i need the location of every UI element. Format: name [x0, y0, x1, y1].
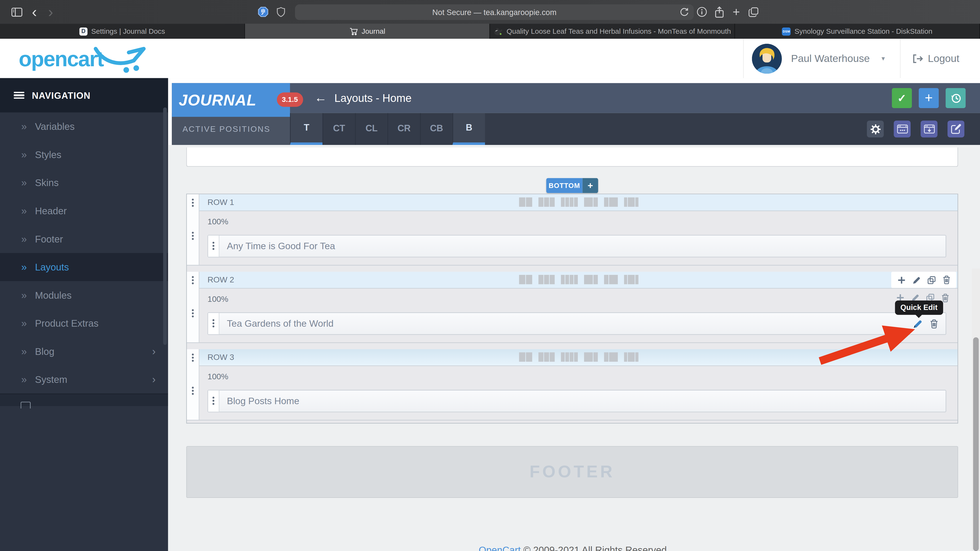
row-toolbar [891, 272, 956, 288]
quick-edit-pencil-icon[interactable] [913, 319, 922, 328]
opencart-link[interactable]: OpenCart [479, 545, 521, 551]
module-drag-handle[interactable] [208, 313, 220, 334]
url-text: Not Secure — tea.kangaroopie.com [432, 8, 557, 17]
row-drag-handle[interactable] [187, 194, 199, 265]
save-button[interactable]: ✓ [892, 88, 912, 108]
edit-row-icon[interactable] [912, 276, 920, 284]
modules-window-button[interactable] [894, 121, 911, 138]
tab-position-cb[interactable]: CB [420, 113, 452, 145]
sidebar-item-styles[interactable]: » Styles [0, 141, 168, 169]
app-header: opencart Paul Waterhouse [0, 39, 980, 78]
edit-square-icon [951, 124, 961, 134]
module-drag-handle[interactable] [208, 391, 220, 412]
add-row-icon[interactable]: + [582, 178, 598, 193]
page-info-icon[interactable] [694, 0, 710, 24]
sidebar-item-variables[interactable]: » Variables [0, 113, 168, 141]
browser-tab-journal-active[interactable]: Journal [245, 24, 490, 39]
row-drag-handle[interactable] [187, 349, 199, 420]
column-width-label: 100% [207, 294, 228, 303]
sidebar-item-modules[interactable]: » Modules [0, 281, 168, 310]
chevron-right-icon: › [152, 345, 156, 357]
sidebar-scrollbar[interactable] [163, 107, 167, 345]
sidebar-item-product-extras[interactable]: » Product Extras [0, 309, 168, 337]
add-button[interactable]: + [919, 88, 939, 108]
row-header[interactable]: ROW 1 [199, 194, 958, 211]
opencart-logo[interactable]: opencart [19, 44, 103, 74]
tab-overview-icon[interactable] [745, 0, 761, 24]
sidebar-item-header[interactable]: » Header [0, 197, 168, 225]
delete-row-icon[interactable] [942, 275, 950, 284]
duplicate-row-icon[interactable] [927, 276, 935, 284]
column-layout-icons [519, 197, 638, 206]
footer-placeholder: FOOTER [186, 446, 958, 498]
tab-position-b[interactable]: B [452, 113, 485, 145]
opencart-cart-icon [94, 44, 146, 74]
layout-row-3: ROW 3 100% [187, 349, 958, 421]
partial-icon [21, 402, 30, 409]
tab-label: Synology Surveillance Station - DiskStat… [795, 27, 932, 35]
sidebar-item-layouts[interactable]: » Layouts [0, 253, 168, 281]
settings-button[interactable] [867, 121, 884, 138]
cart-favicon [349, 27, 358, 35]
sidebar-item-footer[interactable]: » Footer [0, 225, 168, 253]
edit-layout-button[interactable] [947, 121, 964, 138]
drag-dots-icon [192, 309, 194, 311]
tab-position-cl[interactable]: CL [355, 113, 388, 145]
hamburger-icon[interactable] [14, 92, 24, 99]
submenu-arrow-icon: » [21, 233, 27, 245]
chevron-right-icon: › [152, 373, 156, 386]
sidebar-item-skins[interactable]: » Skins [0, 168, 168, 197]
history-button[interactable] [945, 88, 966, 108]
browser-tab-journal-docs[interactable]: D Settings | Journal Docs [0, 24, 245, 39]
user-menu[interactable]: Paul Waterhouse ▼ [743, 39, 900, 78]
share-icon[interactable] [711, 0, 728, 24]
screen: ‹ › Not Secure — tea.kangaroopie.com [0, 0, 980, 551]
new-tab-icon[interactable]: + [728, 0, 745, 24]
sidebar-toggle-icon[interactable] [9, 0, 25, 24]
sidebar-item-system[interactable]: » System › [0, 365, 168, 394]
browser-tab-synology[interactable]: DSM Synology Surveillance Station - Disk… [735, 24, 980, 39]
sidebar-item-blog[interactable]: » Blog › [0, 337, 168, 366]
submenu-arrow-icon: » [21, 205, 27, 216]
module-tea-gardens-of-the-world[interactable]: Tea Gardens of the World [207, 312, 946, 335]
avatar [752, 43, 782, 73]
browser-forward-icon[interactable]: › [44, 0, 57, 24]
import-window-button[interactable] [921, 121, 938, 138]
tab-position-ct[interactable]: CT [323, 113, 355, 145]
module-blog-posts-home[interactable]: Blog Posts Home [207, 390, 946, 412]
teapot-favicon [493, 27, 503, 36]
add-column-icon[interactable] [897, 276, 905, 284]
version-badge: 3.1.5 [277, 92, 303, 107]
drag-dots-icon [212, 242, 215, 244]
shield-icon[interactable] [274, 0, 287, 24]
drag-dots-icon [192, 199, 194, 201]
column-width-label: 100% [207, 217, 228, 226]
chevron-down-icon: ▼ [880, 55, 886, 62]
bottom-position-button[interactable]: BOTTOM + [546, 178, 598, 193]
module-any-time-is-good-for-tea[interactable]: Any Time is Good For Tea [207, 235, 946, 257]
back-arrow-icon[interactable]: ← [314, 83, 327, 113]
drag-dots-icon [212, 319, 215, 321]
browser-tab-monteas[interactable]: Quality Loose Leaf Teas and Herbal Infus… [490, 24, 735, 39]
content-blocker-icon[interactable] [256, 0, 270, 24]
submenu-arrow-icon: » [21, 374, 27, 385]
submenu-arrow-icon: » [21, 318, 27, 329]
row-header[interactable]: ROW 2 [199, 272, 958, 289]
tab-position-cr[interactable]: CR [388, 113, 420, 145]
delete-module-icon[interactable] [930, 319, 938, 328]
browser-back-icon[interactable]: ‹ [27, 0, 41, 24]
column-zone: 100% Blog Posts Home [199, 366, 958, 420]
row-header[interactable]: ROW 3 [199, 349, 958, 366]
module-drag-handle[interactable] [208, 235, 220, 257]
address-bar[interactable]: Not Secure — tea.kangaroopie.com [295, 4, 694, 20]
reload-icon[interactable] [679, 7, 689, 17]
delete-column-icon[interactable] [941, 294, 950, 303]
logout-button[interactable]: Logout [900, 39, 980, 78]
history-icon [950, 92, 962, 104]
bottom-position-label: BOTTOM [546, 178, 582, 193]
column-zone: 100% Any Time is Good For Tea [199, 211, 958, 265]
page-scrollbar-thumb[interactable] [973, 337, 979, 551]
row-drag-handle[interactable] [187, 272, 199, 342]
tab-position-t[interactable]: T [290, 113, 323, 145]
column-zone: 100% Quick Edit Tea Gardens of the World [199, 289, 958, 343]
